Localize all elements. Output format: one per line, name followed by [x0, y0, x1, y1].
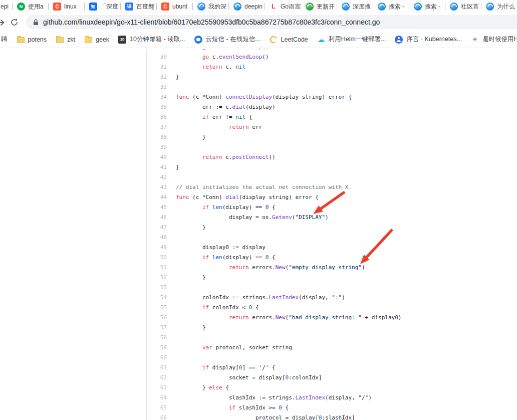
- line-number[interactable]: 47: [147, 223, 172, 233]
- leetcode-bookmark-icon: [270, 36, 278, 44]
- line-number[interactable]: 32: [147, 72, 172, 82]
- line-number[interactable]: 39: [147, 142, 172, 152]
- tab-title: 百度翻: [136, 3, 154, 11]
- line-number[interactable]: 40: [147, 152, 172, 162]
- browser-tab-14[interactable]: 为什么: [481, 0, 517, 13]
- reload-icon[interactable]: [10, 18, 19, 27]
- letterL-favicon-icon: L: [270, 3, 278, 11]
- code-text: err := c.dial(display): [172, 102, 276, 112]
- browser-tab-3[interactable]: 知「深度: [85, 0, 121, 13]
- line-number[interactable]: 33: [147, 82, 172, 92]
- line-number[interactable]: 57: [147, 323, 172, 333]
- line-number[interactable]: 64: [147, 393, 172, 403]
- tab-title: 搜索 -: [425, 3, 440, 11]
- code-text: if display[0] == '/' {: [172, 363, 276, 373]
- bookmark-7[interactable]: ☁利用Helm一键部署...: [313, 34, 391, 46]
- line-number[interactable]: 51: [147, 263, 172, 273]
- https-lock-icon[interactable]: [33, 19, 39, 26]
- line-number[interactable]: 48: [147, 233, 172, 243]
- browser-tab-6[interactable]: 我的深: [193, 0, 229, 13]
- line-number[interactable]: 53: [147, 283, 172, 293]
- line-number[interactable]: 35: [147, 102, 172, 112]
- code-text: display = os.Getenv("DISPLAY"): [172, 213, 329, 223]
- bookmark-title: geek: [96, 36, 109, 43]
- line-number[interactable]: 38: [147, 132, 172, 142]
- deepin-favicon-icon: [450, 3, 458, 11]
- url-text: github.com/linuxdeepin/go-x11-client/blo…: [43, 18, 380, 26]
- line-number[interactable]: 50: [147, 253, 172, 263]
- code-text: if len(display) == 0 {: [172, 202, 276, 213]
- line-number[interactable]: 41: [147, 162, 172, 172]
- code-text: }: [172, 132, 206, 142]
- code-line-40: 40 return c.postConnect(): [147, 152, 517, 162]
- bookmark-3[interactable]: geek: [80, 34, 114, 46]
- line-number[interactable]: 44: [147, 192, 172, 202]
- bookmark-9[interactable]: ✳是时候使用Helm: [466, 34, 517, 46]
- line-number[interactable]: 49: [147, 243, 172, 253]
- address-bar[interactable]: github.com/linuxdeepin/go-x11-client/blo…: [26, 15, 517, 29]
- browser-tab-8[interactable]: LGo语言: [265, 0, 301, 13]
- line-number[interactable]: 42: [147, 172, 172, 182]
- code-lines: 29 go c.eventRecvLoop()30 go c.eventSend…: [147, 49, 517, 420]
- browser-tab-4[interactable]: 译百度翻: [121, 0, 157, 13]
- code-line-34: 34func (c *Conn) connectDisplay(display …: [147, 92, 517, 102]
- line-number[interactable]: 30: [147, 52, 172, 62]
- line-number[interactable]: 45: [147, 202, 172, 213]
- code-line-35: 35 err := c.dial(display): [147, 102, 517, 112]
- line-number[interactable]: 59: [147, 343, 172, 353]
- line-number[interactable]: 55: [147, 303, 172, 313]
- bookmark-4[interactable]: 1010分钟邮箱 - 读取...: [114, 34, 189, 46]
- code-text: var protocol, socket string: [172, 343, 292, 353]
- tab-title: deepin: [244, 3, 263, 10]
- line-number[interactable]: 56: [147, 313, 172, 323]
- browser-tab-9[interactable]: 更新开: [301, 0, 337, 13]
- code-line-47: 47 }: [147, 223, 517, 233]
- fanyi-favicon-icon: 译: [125, 3, 133, 11]
- line-number[interactable]: 65: [147, 403, 172, 413]
- browser-tab-7[interactable]: deepin: [229, 0, 265, 13]
- code-line-57: 57 }: [147, 323, 517, 333]
- line-number[interactable]: 34: [147, 92, 172, 102]
- bookmark-5[interactable]: 云短信 - 在线短信...: [190, 34, 265, 46]
- bookmark-8[interactable]: 序言 · Kubernetes...: [390, 34, 466, 46]
- bookmark-0[interactable]: 聘: [0, 34, 12, 46]
- browser-tab-0[interactable]: epi: [0, 0, 13, 13]
- line-number[interactable]: 36: [147, 112, 172, 122]
- browser-tab-13[interactable]: 社区首: [445, 0, 481, 13]
- browser-tab-11[interactable]: 搜索 -: [373, 0, 409, 13]
- browser-tab-1[interactable]: N使用a: [13, 0, 49, 13]
- forward-icon[interactable]: [0, 18, 6, 27]
- line-number[interactable]: 54: [147, 293, 172, 303]
- code-text: return c, nil: [172, 62, 245, 72]
- line-number[interactable]: 46: [147, 213, 172, 223]
- code-text: return c.postConnect(): [172, 152, 276, 162]
- sms-bookmark-icon: [194, 36, 202, 44]
- bookmark-2[interactable]: zkt: [51, 34, 80, 46]
- line-number[interactable]: 29: [147, 49, 172, 52]
- line-number[interactable]: 63: [147, 383, 172, 393]
- line-number[interactable]: 31: [147, 62, 172, 72]
- line-number[interactable]: 37: [147, 122, 172, 132]
- browser-tab-12[interactable]: 搜索 -: [409, 0, 445, 13]
- code-text: if err != nil {: [172, 112, 252, 122]
- line-number[interactable]: 43: [147, 182, 172, 192]
- code-text: [172, 233, 176, 243]
- code-text: }: [172, 72, 179, 82]
- code-line-44: 44func (c *Conn) dial(display string) er…: [147, 192, 517, 202]
- line-number[interactable]: 62: [147, 373, 172, 383]
- code-text: }: [172, 223, 206, 233]
- line-number[interactable]: 52: [147, 273, 172, 283]
- line-number[interactable]: 58: [147, 333, 172, 343]
- browser-tab-2[interactable]: Clinux: [49, 0, 85, 13]
- line-number[interactable]: 60: [147, 353, 172, 363]
- code-text: return errors.New("empty display string"…: [172, 263, 365, 273]
- code-text: display0 := display: [172, 243, 266, 253]
- browser-tab-5[interactable]: Cubunt: [157, 0, 193, 13]
- cloud-bookmark-icon: ☁: [317, 36, 325, 44]
- line-number[interactable]: 61: [147, 363, 172, 373]
- code-line-64: 64 slashIdx := strings.LastIndex(display…: [147, 393, 517, 403]
- bookmark-6[interactable]: LeetCode: [265, 34, 313, 46]
- browser-tab-10[interactable]: 深度搜: [337, 0, 373, 13]
- bookmark-1[interactable]: potens: [12, 34, 52, 46]
- line-number[interactable]: 66: [147, 413, 172, 420]
